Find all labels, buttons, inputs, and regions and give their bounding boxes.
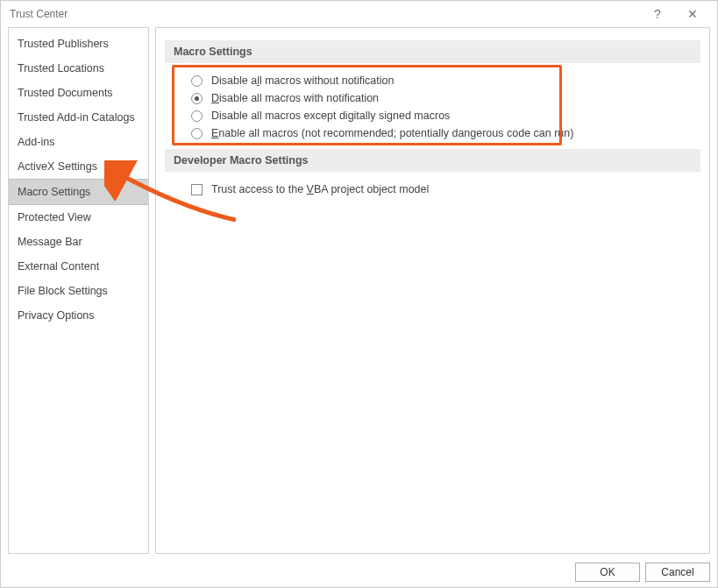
radio-label: Disable all macros with notification <box>211 92 379 104</box>
cancel-button[interactable]: Cancel <box>645 563 710 582</box>
radio-icon <box>191 128 203 139</box>
developer-macro-body: Trust access to the VBA project object m… <box>165 174 700 205</box>
radio-disable-with-notification[interactable]: Disable all macros with notification <box>191 89 695 107</box>
radio-disable-except-signed[interactable]: Disable all macros except digitally sign… <box>191 107 695 124</box>
sidebar-item-trusted-locations[interactable]: Trusted Locations <box>9 56 148 81</box>
sidebar-item-protected-view[interactable]: Protected View <box>9 205 148 230</box>
checkbox-trust-vba[interactable]: Trust access to the VBA project object m… <box>191 181 695 198</box>
sidebar-item-macro-settings[interactable]: Macro Settings <box>9 179 148 205</box>
sidebar-item-addins[interactable]: Add-ins <box>9 130 148 154</box>
radio-icon <box>191 93 203 104</box>
sidebar-item-message-bar[interactable]: Message Bar <box>9 230 148 254</box>
title-bar: Trust Center ? ✕ <box>1 1 717 27</box>
sidebar-item-external-content[interactable]: External Content <box>9 254 148 279</box>
sidebar: Trusted Publishers Trusted Locations Tru… <box>8 27 149 554</box>
radio-label: Disable all macros except digitally sign… <box>211 110 450 122</box>
dialog-footer: OK Cancel <box>575 563 710 582</box>
macro-settings-body: Disable all macros without notification … <box>165 65 700 149</box>
sidebar-item-trusted-publishers[interactable]: Trusted Publishers <box>9 32 148 56</box>
radio-label: Disable all macros without notification <box>211 74 394 87</box>
checkbox-label: Trust access to the VBA project object m… <box>211 183 429 195</box>
sidebar-item-trusted-addin-catalogs[interactable]: Trusted Add-in Catalogs <box>9 105 148 130</box>
radio-icon <box>191 75 203 87</box>
radio-enable-all[interactable]: Enable all macros (not recommended; pote… <box>191 124 695 142</box>
radio-icon <box>191 110 203 122</box>
ok-button[interactable]: OK <box>575 563 640 582</box>
help-icon[interactable]: ? <box>640 1 675 27</box>
radio-disable-no-notification[interactable]: Disable all macros without notification <box>191 72 695 89</box>
sidebar-item-trusted-documents[interactable]: Trusted Documents <box>9 81 148 105</box>
content-panel: Macro Settings Disable all macros withou… <box>155 27 710 554</box>
sidebar-item-file-block-settings[interactable]: File Block Settings <box>9 279 148 303</box>
main-area: Trusted Publishers Trusted Locations Tru… <box>8 27 710 554</box>
sidebar-item-privacy-options[interactable]: Privacy Options <box>9 303 148 328</box>
checkbox-icon <box>191 184 203 195</box>
developer-macro-heading: Developer Macro Settings <box>165 149 700 172</box>
window-title: Trust Center <box>10 8 640 20</box>
sidebar-item-activex-settings[interactable]: ActiveX Settings <box>9 154 148 179</box>
radio-label: Enable all macros (not recommended; pote… <box>211 127 573 139</box>
close-icon[interactable]: ✕ <box>675 1 710 27</box>
macro-settings-heading: Macro Settings <box>165 40 700 63</box>
